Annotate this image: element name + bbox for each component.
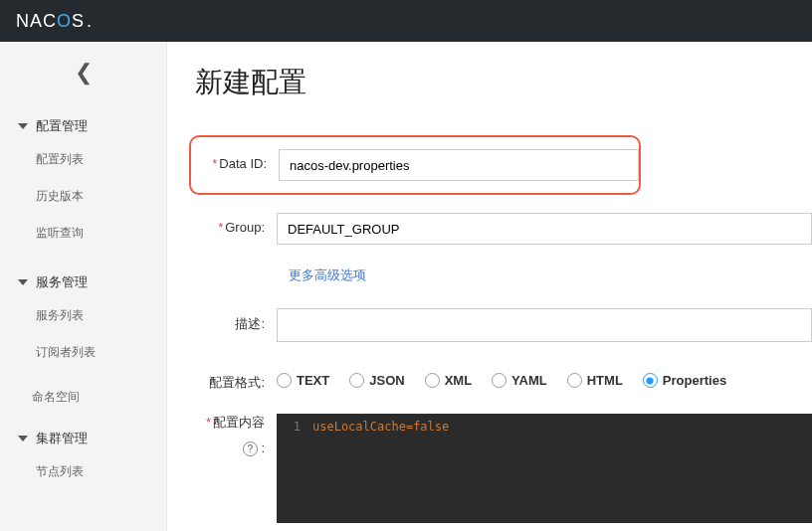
content-label-col: *配置内容 ? : [195, 414, 277, 456]
nav-group-label: 服务管理 [36, 273, 88, 291]
highlight-box: *Data ID: [189, 135, 641, 195]
format-radio-yaml[interactable]: YAML [492, 373, 547, 388]
nav-item-nodes[interactable]: 节点列表 [0, 453, 166, 490]
format-radio-html[interactable]: HTML [567, 373, 623, 388]
code-line: 1 useLocalCache=false [277, 420, 812, 434]
radio-icon [349, 373, 364, 388]
radio-icon [277, 373, 292, 388]
desc-textarea[interactable] [277, 308, 812, 342]
colon: : [258, 441, 265, 455]
chevron-down-icon [18, 436, 28, 442]
format-radio-properties[interactable]: Properties [643, 373, 726, 388]
nav-group-header-cluster[interactable]: 集群管理 [0, 424, 166, 453]
nav-group-label: 集群管理 [36, 430, 88, 447]
nav-item-listener[interactable]: 监听查询 [0, 215, 166, 252]
logo-post: S [72, 11, 85, 32]
help-icon[interactable]: ? [243, 442, 258, 456]
nav-item-subscribers[interactable]: 订阅者列表 [0, 334, 166, 371]
nav-group-header-service[interactable]: 服务管理 [0, 267, 166, 297]
line-number: 1 [277, 420, 312, 434]
sidebar: ❮ 配置管理 配置列表 历史版本 监听查询 服务管理 服务列表 订阅者列表 命名… [0, 42, 167, 531]
group-input[interactable] [277, 213, 812, 245]
form-row-format: 配置格式: TEXT JSON XML YAML HTML Properties [195, 367, 812, 392]
nav-group-service: 服务管理 服务列表 订阅者列表 [0, 260, 166, 379]
code-editor[interactable]: 1 useLocalCache=false [277, 414, 812, 523]
format-radio-group: TEXT JSON XML YAML HTML Properties [277, 367, 812, 388]
form-row-desc: 描述: [195, 308, 812, 345]
nav-group-label: 配置管理 [36, 117, 88, 135]
logo-accent: O [57, 11, 72, 32]
code-text: useLocalCache=false [312, 420, 449, 434]
data-id-input[interactable] [279, 149, 639, 181]
radio-icon [425, 373, 440, 388]
app-header: NACOS. [0, 0, 812, 42]
nav-item-config-list[interactable]: 配置列表 [0, 141, 166, 178]
desc-label: 描述: [195, 308, 277, 333]
form-row-data-id: *Data ID: [191, 149, 639, 181]
nav-item-history[interactable]: 历史版本 [0, 178, 166, 215]
radio-icon [567, 373, 582, 388]
nav-item-namespace[interactable]: 命名空间 [0, 379, 166, 416]
nav-group-config: 配置管理 配置列表 历史版本 监听查询 [0, 103, 166, 260]
content-label: *配置内容 [195, 414, 265, 432]
nav-group-header-config[interactable]: 配置管理 [0, 111, 166, 141]
logo: NACOS. [16, 11, 93, 32]
format-label: 配置格式: [195, 367, 277, 392]
form-row-group: *Group: [195, 213, 812, 245]
main-content: 新建配置 *Data ID: *Group: 更多高级选项 描述: 配置格式: [167, 42, 812, 531]
chevron-down-icon [18, 279, 28, 285]
format-radio-text[interactable]: TEXT [277, 373, 329, 388]
sidebar-collapse-icon[interactable]: ❮ [0, 52, 166, 103]
nav-group-cluster: 集群管理 节点列表 [0, 416, 166, 498]
data-id-label: *Data ID: [197, 149, 279, 171]
radio-icon-checked [643, 373, 658, 388]
format-radio-xml[interactable]: XML [425, 373, 472, 388]
page-title: 新建配置 [195, 64, 812, 101]
format-radio-json[interactable]: JSON [349, 373, 404, 388]
logo-pre: NAC [16, 11, 57, 32]
form-row-content: *配置内容 ? : 1 useLocalCache=false [195, 414, 812, 523]
radio-icon [492, 373, 507, 388]
advanced-options-link[interactable]: 更多高级选项 [289, 266, 366, 284]
group-label: *Group: [195, 213, 277, 235]
logo-dot: . [87, 11, 93, 32]
nav-item-service-list[interactable]: 服务列表 [0, 297, 166, 334]
chevron-down-icon [18, 123, 28, 129]
